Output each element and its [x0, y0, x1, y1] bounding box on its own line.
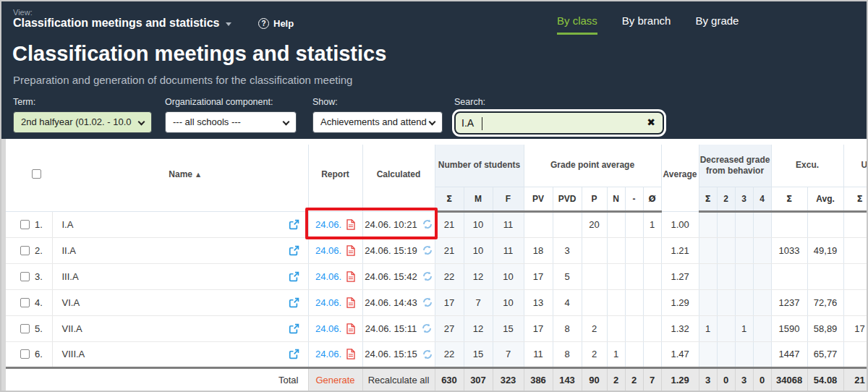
- class-name: III.A: [62, 271, 79, 282]
- cell-behavior-4: [753, 341, 771, 367]
- refresh-icon[interactable]: [422, 349, 433, 359]
- class-name-cell: I.A: [52, 211, 308, 237]
- cell-behavior-2: [717, 211, 735, 237]
- report-date-link[interactable]: 24.06.: [315, 323, 341, 334]
- external-link-icon[interactable]: [289, 323, 299, 334]
- refresh-icon[interactable]: [422, 245, 433, 255]
- total-gpa-pv: 386: [524, 367, 553, 391]
- row-select-cell: 1.: [6, 211, 52, 237]
- org-component-value: --- all schools ---: [173, 116, 241, 127]
- pdf-icon[interactable]: [346, 323, 355, 334]
- help-button[interactable]: ? Help: [258, 18, 294, 29]
- row-checkbox[interactable]: [20, 246, 30, 255]
- pdf-icon[interactable]: [346, 349, 355, 359]
- external-link-icon[interactable]: [289, 219, 299, 230]
- tab-by-branch[interactable]: By branch: [622, 14, 671, 35]
- row-select-cell: 5.: [6, 315, 52, 341]
- row-checkbox[interactable]: [20, 298, 30, 307]
- cell-gpa-n: 1: [607, 341, 625, 367]
- row-checkbox[interactable]: [20, 349, 30, 359]
- cell-excused-sum: [771, 211, 807, 237]
- calculated-column-header: Calculated: [362, 142, 435, 211]
- refresh-icon[interactable]: [422, 219, 433, 229]
- pdf-icon[interactable]: [346, 245, 355, 256]
- row-checkbox[interactable]: [20, 272, 30, 281]
- external-link-icon[interactable]: [289, 271, 299, 282]
- gpa-n-header: N: [607, 187, 625, 211]
- cell-gpa-oslash: [643, 341, 661, 367]
- behavior-sum-header: Σ: [699, 187, 717, 211]
- cell-students-sum: 27: [435, 315, 464, 341]
- table-row: 2. II.A 24.06. 24.06. 15:19: [6, 237, 867, 263]
- cell-students-sum: 21: [435, 237, 464, 263]
- total-behavior-4: 0: [753, 367, 771, 391]
- generate-link[interactable]: Generate: [315, 375, 354, 385]
- sort-asc-icon: ▲: [196, 171, 200, 178]
- help-icon: ?: [258, 18, 269, 29]
- refresh-icon[interactable]: [422, 323, 432, 333]
- clear-search-icon[interactable]: ✖: [647, 116, 655, 128]
- pdf-icon[interactable]: [346, 271, 355, 282]
- row-select-cell: 6.: [6, 341, 52, 367]
- report-date-link[interactable]: 24.06.: [315, 297, 341, 308]
- external-link-icon[interactable]: [289, 349, 299, 359]
- cell-students-male: 12: [464, 263, 493, 289]
- cell-behavior-3: [735, 341, 753, 367]
- view-dropdown[interactable]: Classification meetings and statistics: [13, 17, 231, 30]
- name-column-header[interactable]: Name▲: [52, 142, 308, 211]
- report-date-link[interactable]: 24.06.: [315, 271, 341, 282]
- cell-gpa-dash: [625, 237, 643, 263]
- cell-behavior-3: [735, 211, 753, 237]
- report-date-link[interactable]: 24.06.: [315, 219, 341, 230]
- search-input[interactable]: [461, 114, 635, 132]
- cell-students-sum: 17: [435, 289, 464, 315]
- cell-unexcused-sum: [843, 237, 867, 263]
- calculated-time: 24.06. 15:42: [365, 271, 417, 282]
- recalculate-all-link[interactable]: Recalculate all: [368, 375, 430, 385]
- pdf-icon[interactable]: [346, 297, 355, 308]
- total-behavior-2: 0: [717, 367, 735, 391]
- select-all-checkbox[interactable]: [32, 169, 41, 179]
- report-date-link[interactable]: 24.06.: [315, 245, 341, 256]
- external-link-icon[interactable]: [289, 245, 299, 256]
- org-component-select[interactable]: --- all schools ---: [165, 111, 297, 133]
- cell-gpa-oslash: [643, 289, 661, 315]
- calculated-cell: 24.06. 15:11: [362, 315, 435, 341]
- cell-gpa-dash: [625, 211, 643, 237]
- class-name: II.A: [62, 245, 77, 256]
- total-excused-avg: 54.08: [807, 367, 843, 391]
- cell-excused-sum: 1447: [771, 341, 807, 367]
- pdf-icon[interactable]: [346, 219, 355, 230]
- cell-excused-avg: 49,19: [807, 237, 843, 263]
- group-excused: Excu.: [771, 142, 843, 187]
- refresh-icon[interactable]: [422, 271, 433, 281]
- cell-students-male: 10: [464, 237, 493, 263]
- total-unexcused-sum: 21: [843, 367, 867, 391]
- report-cell: 24.06.: [308, 211, 362, 237]
- tab-by-class[interactable]: By class: [557, 14, 597, 35]
- term-select[interactable]: 2nd halfyear (01.02. - 10.0: [13, 111, 152, 133]
- external-link-icon[interactable]: [289, 297, 299, 308]
- show-select[interactable]: Achievements and attend: [312, 111, 443, 133]
- group-unexcused: Unexcu.: [843, 142, 867, 187]
- tab-by-grade[interactable]: By grade: [695, 14, 739, 35]
- cell-behavior-2: [717, 289, 735, 315]
- search-label: Search:: [454, 97, 664, 107]
- report-cell: 24.06.: [308, 289, 362, 315]
- cell-students-female: 10: [493, 289, 524, 315]
- cell-gpa-pv: 18: [524, 237, 553, 263]
- total-gpa-pvd: 143: [553, 367, 582, 391]
- cell-students-sum: 22: [435, 263, 464, 289]
- total-empty-cell: [6, 367, 52, 391]
- text-cursor: [482, 117, 482, 130]
- report-date-link[interactable]: 24.06.: [315, 349, 341, 359]
- group-grade-point-average: Grade point average: [524, 142, 661, 187]
- cell-unexcused-sum: [843, 289, 867, 315]
- total-gpa-p: 90: [582, 367, 607, 391]
- refresh-icon[interactable]: [422, 297, 433, 307]
- row-checkbox[interactable]: [20, 324, 30, 333]
- cell-behavior-4: [753, 211, 771, 237]
- total-average: 1.29: [661, 367, 699, 391]
- cell-excused-sum: 1237: [771, 289, 807, 315]
- row-checkbox[interactable]: [20, 220, 30, 229]
